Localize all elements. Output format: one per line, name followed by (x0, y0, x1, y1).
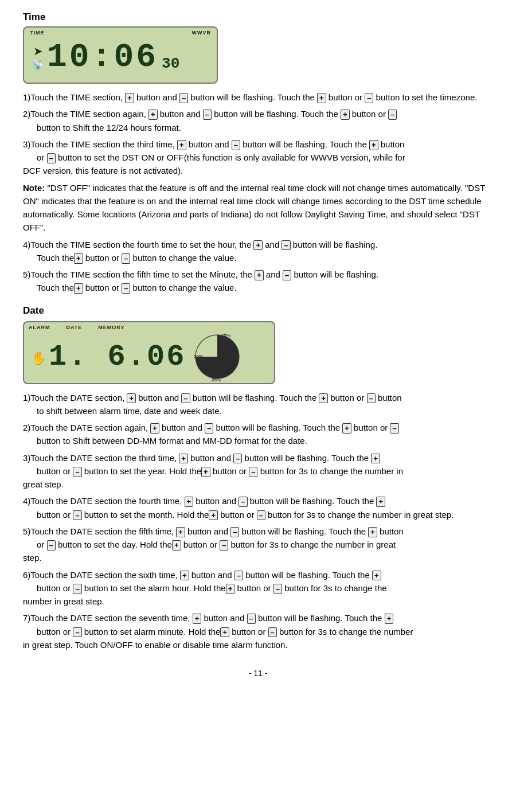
time-step-5: 5)Touch the TIME section the fifth time … (23, 268, 493, 295)
minus-btn-d2a[interactable]: – (205, 423, 213, 434)
plus-btn-t1b[interactable]: + (317, 93, 326, 103)
time-lcd-display: TIME WWVB ➤ 📡 10:06 30 (23, 26, 218, 84)
plus-btn-d5c[interactable]: + (172, 540, 181, 551)
plus-btn-d6a[interactable]: + (180, 571, 189, 581)
plus-btn-d6c[interactable]: + (226, 584, 235, 594)
note-text: Note: "DST OFF" indicates that the featu… (23, 181, 493, 235)
time-step-4: 4)Touch the TIME section the fourth time… (23, 238, 493, 265)
minus-btn-d6a[interactable]: – (234, 571, 243, 581)
date-lcd-display: ALARM DATE MEMORY ✋ 1. 6.06 75% 50% 25% … (23, 321, 275, 384)
time-step-2-indent: button to Shift the 12/24 hours format. (23, 123, 181, 132)
minus-btn-t3a[interactable]: – (232, 140, 240, 150)
time-step-2: 2)Touch the TIME section again, + button… (23, 107, 493, 134)
minus-btn-t5b[interactable]: – (122, 283, 130, 294)
plus-btn-d7c[interactable]: + (220, 627, 229, 638)
plus-btn-d2a[interactable]: + (150, 423, 159, 434)
date-step-4-indent: button or – button to set the month. Hol… (23, 510, 454, 520)
lcd-wwvb-label: WWVB (192, 30, 212, 36)
minus-btn-d3a[interactable]: – (233, 454, 242, 464)
arrow-icon: ➤ (33, 45, 43, 57)
minus-btn-d7b[interactable]: – (73, 627, 81, 638)
lcd-icons: ➤ 📡 (32, 45, 44, 69)
date-step-2-indent: button to Shift between DD-MM format and… (23, 436, 307, 446)
plus-btn-d1b[interactable]: + (319, 393, 328, 404)
plus-btn-d7b[interactable]: + (385, 614, 394, 624)
plus-btn-t4a[interactable]: + (253, 240, 263, 251)
date-step-7-indent: button or – button to set alarm minute. … (23, 627, 413, 650)
plus-btn-t5a[interactable]: + (255, 270, 264, 280)
date-step-1-indent: to shift between alarm time, date and we… (23, 406, 222, 416)
minus-btn-t4a[interactable]: – (282, 240, 290, 251)
plus-btn-t3a[interactable]: + (177, 140, 186, 150)
plus-btn-d7a[interactable]: + (193, 614, 202, 624)
minus-btn-d4b[interactable]: – (73, 510, 81, 521)
minus-btn-d1a[interactable]: – (181, 393, 190, 404)
plus-btn-t1a[interactable]: + (125, 93, 134, 103)
plus-btn-t5b[interactable]: + (74, 283, 83, 294)
minus-btn-t5a[interactable]: – (283, 270, 291, 280)
minus-btn-d6b[interactable]: – (73, 584, 81, 594)
minus-btn-t1a[interactable]: – (179, 93, 188, 103)
plus-btn-d5a[interactable]: + (176, 527, 185, 537)
hand-icon: ✋ (31, 351, 46, 366)
minus-btn-d5c[interactable]: – (220, 540, 228, 551)
plus-btn-d4a[interactable]: + (185, 497, 194, 507)
minus-btn-d5a[interactable]: – (230, 527, 239, 537)
signal-icon: 📡 (32, 60, 44, 69)
alarm-label: ALARM (29, 325, 50, 330)
time-step-4-indent: Touch the+ button or – button to change … (23, 253, 237, 263)
minus-btn-t2b[interactable]: – (388, 110, 397, 120)
time-step-5-indent: Touch the+ button or – button to change … (23, 283, 237, 292)
memory-label: MEMORY (98, 325, 124, 330)
svg-text:0%: 0% (233, 354, 240, 359)
date-step-1: 1)Touch the DATE section, + button and –… (23, 391, 493, 418)
date-step-5-indent: or – button to set the day. Hold the+ bu… (23, 540, 396, 563)
minus-btn-d7a[interactable]: – (247, 614, 256, 624)
date-step-7: 7)Touch the DATE section the seventh tim… (23, 611, 493, 651)
minus-btn-d4c[interactable]: – (257, 510, 265, 521)
time-digits: 10:06 (47, 41, 158, 74)
minus-btn-d4a[interactable]: – (239, 497, 247, 507)
plus-btn-d1a[interactable]: + (127, 393, 136, 404)
plus-btn-t4b[interactable]: + (74, 253, 83, 264)
minus-btn-d6c[interactable]: – (273, 584, 282, 594)
date-step-3: 3)Touch the DATE section the third time,… (23, 451, 493, 491)
minus-btn-d3c[interactable]: – (249, 467, 257, 477)
date-step-2: 2)Touch the DATE section again, + button… (23, 421, 493, 448)
time-seconds: 30 (162, 55, 179, 72)
plus-btn-t2b[interactable]: + (341, 110, 350, 120)
minus-btn-d1b[interactable]: – (367, 393, 376, 404)
minus-btn-t4b[interactable]: – (122, 253, 130, 264)
plus-btn-t3b[interactable]: + (369, 140, 378, 150)
plus-btn-d6b[interactable]: + (372, 571, 381, 581)
minus-btn-d2b[interactable]: – (390, 423, 398, 434)
date-label: DATE (67, 325, 83, 330)
lcd-time-label: TIME (30, 30, 45, 36)
time-step-3-indent: or – button to set the DST ON or OFF(thi… (23, 153, 405, 175)
minus-btn-t1b[interactable]: – (365, 93, 373, 103)
minus-btn-d7c[interactable]: – (268, 627, 277, 638)
svg-text:75%: 75% (221, 333, 230, 338)
plus-btn-d4b[interactable]: + (376, 497, 385, 507)
date-step-6: 6)Touch the DATE section the sixth time,… (23, 568, 493, 608)
minus-btn-t3b[interactable]: – (47, 153, 56, 163)
plus-btn-t2a[interactable]: + (148, 110, 158, 120)
date-digits: 1. 6.06 (49, 340, 186, 374)
time-step-1: 1)Touch the TIME section, + button and –… (23, 91, 493, 104)
minus-btn-d3b[interactable]: – (73, 467, 81, 477)
date-display-labels: ALARM DATE MEMORY (29, 325, 125, 330)
memory-pie-chart: 75% 50% 25% 0% (191, 331, 243, 382)
plus-btn-d3a[interactable]: + (179, 454, 188, 464)
plus-btn-d3c[interactable]: + (201, 467, 210, 477)
date-step-4: 4)Touch the DATE section the fourth time… (23, 494, 493, 521)
plus-btn-d2b[interactable]: + (342, 423, 351, 434)
plus-btn-d3b[interactable]: + (371, 454, 380, 464)
plus-btn-d5b[interactable]: + (368, 527, 377, 537)
minus-btn-t2a[interactable]: – (203, 110, 212, 120)
date-display-wrapper: ALARM DATE MEMORY ✋ 1. 6.06 75% 50% 25% … (23, 321, 493, 384)
time-display-wrapper: TIME WWVB ➤ 📡 10:06 30 (23, 26, 493, 84)
date-step-5: 5)Touch the DATE section the fifth time,… (23, 525, 493, 565)
minus-btn-d5b[interactable]: – (47, 540, 56, 551)
svg-text:25%: 25% (212, 377, 221, 382)
plus-btn-d4c[interactable]: + (209, 510, 218, 521)
